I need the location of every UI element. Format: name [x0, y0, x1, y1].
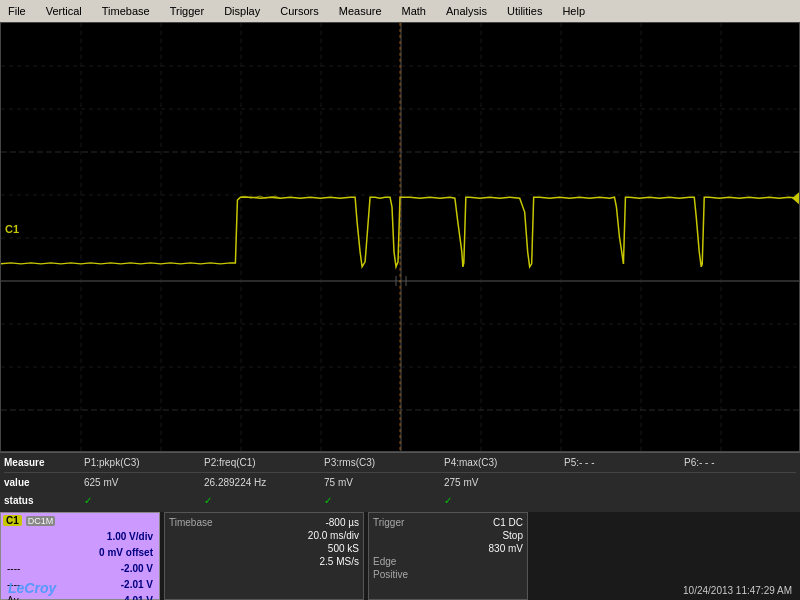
- c1-tag: C1: [3, 515, 22, 526]
- trigger-channel: C1 DC: [493, 517, 523, 528]
- timestamp: 10/24/2013 11:47:29 AM: [683, 585, 792, 596]
- meas-p3-name: P3:rms(C3): [324, 457, 444, 468]
- tb-rate-value: 2.5 MS/s: [320, 556, 359, 567]
- timebase-value: -800 µs: [325, 517, 359, 528]
- meas-p2-status: ✓: [204, 495, 324, 506]
- meas-p4-name: P4:max(C3): [444, 457, 564, 468]
- timebase-label: Timebase: [169, 517, 213, 528]
- meas-value-label: value: [4, 477, 84, 488]
- measurements-section: Measure P1:pkpk(C3) P2:freq(C1) P3:rms(C…: [0, 452, 800, 512]
- menu-measure[interactable]: Measure: [335, 4, 386, 18]
- trig-state-row: Stop: [373, 530, 523, 541]
- timebase-info: Timebase -800 µs 20.0 ms/div 500 kS 2.5 …: [164, 512, 364, 600]
- menu-utilities[interactable]: Utilities: [503, 4, 546, 18]
- meas-p5-name: P5:- - -: [564, 457, 684, 468]
- info-panel: C1 DC1M 1.00 V/div 0 mV offset -----2.00…: [0, 512, 800, 600]
- lecroy-logo: LeCroy: [8, 580, 56, 596]
- meas-status-row: status ✓ ✓ ✓ ✓: [4, 491, 796, 509]
- trigger-level: 830 mV: [489, 543, 523, 554]
- trig-type-row: Edge: [373, 556, 523, 567]
- c1-channel-label: C1: [5, 223, 19, 235]
- menu-vertical[interactable]: Vertical: [42, 4, 86, 18]
- trig-level-row: 830 mV: [373, 543, 523, 554]
- meas-p2-value: 26.289224 Hz: [204, 477, 324, 488]
- meas-p4-status: ✓: [444, 495, 564, 506]
- meas-p1-value: 625 mV: [84, 477, 204, 488]
- tb-samples-value: 500 kS: [328, 543, 359, 554]
- tb-samples-row: 500 kS: [169, 543, 359, 554]
- trigger-state: Stop: [502, 530, 523, 541]
- trigger-label: Trigger: [373, 517, 404, 528]
- dc1m-tag: DC1M: [26, 516, 56, 526]
- waveform: [1, 23, 799, 451]
- menu-analysis[interactable]: Analysis: [442, 4, 491, 18]
- menu-display[interactable]: Display: [220, 4, 264, 18]
- trigger-type-label: Edge: [373, 556, 396, 567]
- menu-help[interactable]: Help: [558, 4, 589, 18]
- menu-bar: File Vertical Timebase Trigger Display C…: [0, 0, 800, 22]
- meas-p1-status: ✓: [84, 495, 204, 506]
- meas-p2-name: P2:freq(C1): [204, 457, 324, 468]
- menu-timebase[interactable]: Timebase: [98, 4, 154, 18]
- meas-status-label: status: [4, 495, 84, 506]
- tb-rate-row: 2.5 MS/s: [169, 556, 359, 567]
- trigger-info: Trigger C1 DC Stop 830 mV Edge Positive: [368, 512, 528, 600]
- c1-row4-val: -2.01 V: [55, 578, 155, 592]
- meas-p1-name: P1:pkpk(C3): [84, 457, 204, 468]
- meas-p3-value: 75 mV: [324, 477, 444, 488]
- trigger-slope-label: Positive: [373, 569, 408, 580]
- meas-value-row: value 625 mV 26.289224 Hz 75 mV 275 mV: [4, 473, 796, 491]
- c1-row3-label: ----: [5, 562, 53, 576]
- meas-p4-value: 275 mV: [444, 477, 564, 488]
- menu-trigger[interactable]: Trigger: [166, 4, 208, 18]
- c1-row3-val: -2.00 V: [55, 562, 155, 576]
- tb-main-row: Timebase -800 µs: [169, 517, 359, 528]
- menu-math[interactable]: Math: [398, 4, 430, 18]
- svg-marker-22: [792, 192, 799, 204]
- menu-file[interactable]: File: [4, 4, 30, 18]
- tb-div-row: 20.0 ms/div: [169, 530, 359, 541]
- meas-p3-status: ✓: [324, 495, 444, 506]
- meas-p6-name: P6:- - -: [684, 457, 800, 468]
- c1-row1-val: 1.00 V/div: [5, 530, 155, 544]
- oscilloscope-screen: C1: [0, 22, 800, 452]
- trig-main-row: Trigger C1 DC: [373, 517, 523, 528]
- trig-slope-row: Positive: [373, 569, 523, 580]
- c1-info-header: C1 DC1M: [3, 515, 157, 526]
- meas-title: Measure: [4, 457, 84, 468]
- tb-div-value: 20.0 ms/div: [308, 530, 359, 541]
- c1-row2-val: 0 mV offset: [5, 546, 155, 560]
- c1-row5-val: -4.01 V: [55, 594, 155, 600]
- meas-header-row: Measure P1:pkpk(C3) P2:freq(C1) P3:rms(C…: [4, 453, 796, 473]
- menu-cursors[interactable]: Cursors: [276, 4, 323, 18]
